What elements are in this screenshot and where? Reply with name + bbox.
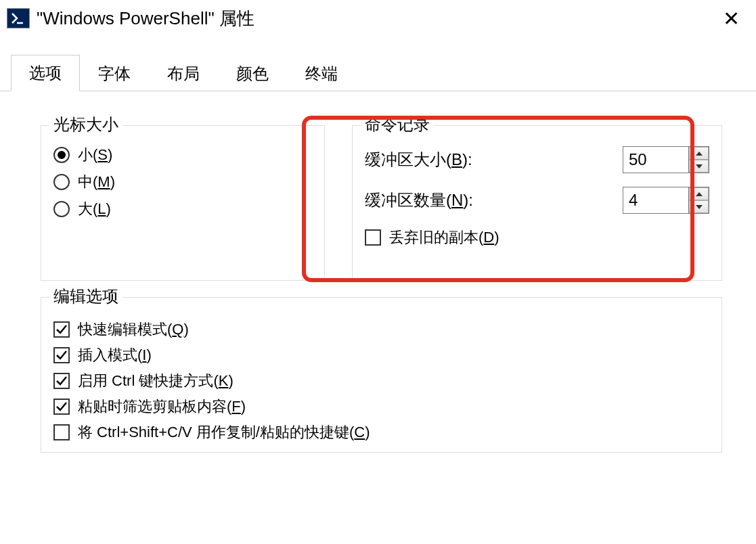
insert-mode-checkbox[interactable]: 插入模式(I) xyxy=(53,345,709,365)
cursor-size-legend: 光标大小 xyxy=(49,114,123,135)
tabs: 选项 字体 布局 颜色 终端 xyxy=(0,54,756,91)
discard-duplicates-checkbox[interactable]: 丢弃旧的副本(D) xyxy=(365,227,709,248)
insert-mode-label: 插入模式(I) xyxy=(78,345,152,365)
cursor-medium-radio[interactable]: 中(M) xyxy=(53,172,312,192)
buffer-count-down[interactable] xyxy=(689,200,709,213)
tab-content: 光标大小 小(S) 中(M) 大(L) 命令 xyxy=(0,91,756,453)
ctrl-shift-copy-checkbox[interactable]: 将 Ctrl+Shift+C/V 用作复制/粘贴的快捷键(C) xyxy=(53,422,709,443)
buffer-size-up[interactable] xyxy=(689,147,709,160)
svg-marker-5 xyxy=(696,205,703,209)
buffer-count-value[interactable]: 4 xyxy=(623,187,688,213)
svg-marker-4 xyxy=(696,192,703,196)
radio-icon xyxy=(53,147,70,163)
titlebar: "Windows PowerShell" 属性 ✕ xyxy=(0,0,756,37)
command-history-legend: 命令记录 xyxy=(361,114,434,135)
discard-duplicates-label: 丢弃旧的副本(D) xyxy=(389,227,499,248)
checkbox-icon xyxy=(53,399,70,415)
tab-terminal[interactable]: 终端 xyxy=(287,55,356,91)
checkbox-icon xyxy=(53,424,70,440)
svg-marker-3 xyxy=(696,164,703,168)
powershell-icon xyxy=(7,8,30,28)
checkbox-icon xyxy=(53,347,70,363)
buffer-size-row: 缓冲区大小(B): 50 xyxy=(365,146,709,173)
buffer-size-down[interactable] xyxy=(689,160,709,173)
cursor-small-radio[interactable]: 小(S) xyxy=(53,145,312,165)
tab-layout[interactable]: 布局 xyxy=(149,55,218,91)
checkbox-icon xyxy=(365,229,381,246)
cursor-small-label: 小(S) xyxy=(78,145,112,165)
checkbox-icon xyxy=(53,373,70,389)
close-button[interactable]: ✕ xyxy=(713,7,749,30)
tab-font[interactable]: 字体 xyxy=(80,55,149,91)
buffer-size-value[interactable]: 50 xyxy=(623,147,688,173)
quick-edit-label: 快速编辑模式(Q) xyxy=(78,319,189,340)
buffer-count-label: 缓冲区数量(N): xyxy=(365,189,473,211)
cursor-size-group: 光标大小 小(S) 中(M) 大(L) xyxy=(41,125,325,281)
cursor-large-radio[interactable]: 大(L) xyxy=(53,199,312,219)
svg-marker-2 xyxy=(696,152,703,156)
buffer-size-spinner[interactable]: 50 xyxy=(623,146,709,173)
cursor-medium-label: 中(M) xyxy=(78,172,115,192)
ctrl-shortcuts-checkbox[interactable]: 启用 Ctrl 键快捷方式(K) xyxy=(53,371,709,391)
ctrl-shortcuts-label: 启用 Ctrl 键快捷方式(K) xyxy=(78,371,234,391)
tab-colors[interactable]: 颜色 xyxy=(218,55,287,91)
buffer-count-spinner[interactable]: 4 xyxy=(623,187,709,214)
filter-paste-label: 粘贴时筛选剪贴板内容(F) xyxy=(78,396,246,417)
buffer-size-label: 缓冲区大小(B): xyxy=(365,149,472,171)
filter-paste-checkbox[interactable]: 粘贴时筛选剪贴板内容(F) xyxy=(53,396,709,417)
radio-icon xyxy=(53,201,70,217)
buffer-count-row: 缓冲区数量(N): 4 xyxy=(365,187,709,214)
radio-icon xyxy=(53,174,70,190)
cursor-large-label: 大(L) xyxy=(78,199,111,219)
command-history-group: 命令记录 缓冲区大小(B): 50 缓冲区数量(N): xyxy=(352,125,722,281)
quick-edit-checkbox[interactable]: 快速编辑模式(Q) xyxy=(53,319,709,340)
buffer-count-up[interactable] xyxy=(689,187,709,200)
ctrl-shift-copy-label: 将 Ctrl+Shift+C/V 用作复制/粘贴的快捷键(C) xyxy=(78,422,370,443)
window-title: "Windows PowerShell" 属性 xyxy=(37,7,713,30)
edit-options-group: 编辑选项 快速编辑模式(Q) 插入模式(I) 启用 Ctrl 键快捷方式(K) xyxy=(41,297,722,453)
checkbox-icon xyxy=(53,321,70,338)
tab-options[interactable]: 选项 xyxy=(11,55,80,91)
edit-options-legend: 编辑选项 xyxy=(49,286,123,307)
